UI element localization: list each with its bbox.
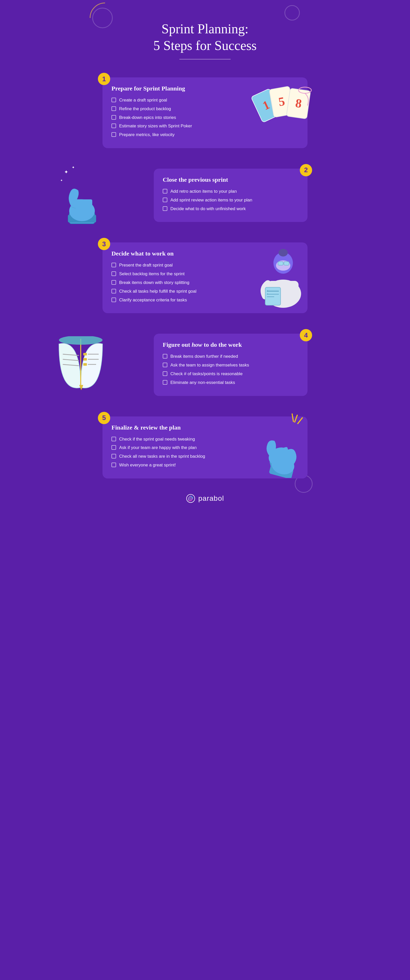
- checkbox-icon[interactable]: [163, 189, 167, 194]
- checkbox-icon[interactable]: [163, 197, 167, 202]
- svg-text:✦: ✦: [72, 165, 75, 169]
- step-5-title: Finalize & review the plan: [111, 424, 243, 431]
- list-item: Ask if your team are happy with the plan: [111, 445, 243, 451]
- list-item: Present the draft sprint goal: [111, 262, 243, 268]
- step-2-illustration: ✦ ✦ ✦: [56, 161, 113, 228]
- list-item: Check all tasks help fulfill the sprint …: [111, 288, 243, 294]
- svg-text:✓: ✓: [267, 293, 269, 295]
- svg-point-16: [278, 249, 288, 256]
- checkbox-icon[interactable]: [163, 371, 167, 376]
- svg-rect-19: [284, 262, 289, 265]
- step-3-badge: 3: [98, 238, 110, 250]
- title-divider: [180, 59, 230, 59]
- step-5-badge: 5: [98, 412, 110, 424]
- list-item: Check if the sprint goal needs tweaking: [111, 436, 243, 442]
- list-item: Break-down epics into stories: [111, 115, 236, 121]
- step-1-illustration: 1 5 8: [249, 75, 315, 126]
- list-item: Check # of tasks/points is reasonable: [163, 371, 299, 377]
- step-4-badge: 4: [300, 329, 312, 341]
- step-4-wrapper: 4 Figure out how to do the work Break it…: [103, 334, 307, 396]
- list-item: Check all new tasks are in the sprint ba…: [111, 453, 243, 460]
- list-item: Create a draft sprint goal: [111, 97, 236, 103]
- step-2-badge: 2: [300, 164, 312, 176]
- checkbox-icon[interactable]: [163, 354, 167, 358]
- step-1-wrapper: 1 Prepare for Sprint Planning Create a d…: [103, 77, 307, 148]
- checkbox-icon[interactable]: [111, 132, 116, 137]
- list-item: Add retro action items to your plan: [163, 188, 299, 194]
- list-item: Prepare metrics, like velocity: [111, 132, 236, 138]
- list-item: Clarify acceptance criteria for tasks: [111, 297, 243, 303]
- list-item: Ask the team to assign themselves tasks: [163, 362, 299, 368]
- step-4-checklist: Break items down further if needed Ask t…: [163, 353, 299, 385]
- list-item: Break items down further if needed: [163, 353, 299, 360]
- list-item: Eliminate any non-essential tasks: [163, 380, 299, 386]
- checkbox-icon[interactable]: [163, 206, 167, 211]
- checkbox-icon[interactable]: [111, 454, 116, 458]
- step-4-card: 4 Figure out how to do the work Break it…: [154, 334, 307, 396]
- list-item: Add sprint review action items to your p…: [163, 197, 299, 203]
- svg-line-39: [295, 415, 297, 422]
- svg-rect-32: [83, 353, 87, 355]
- list-item: Estimate story sizes with Sprint Poker: [111, 123, 236, 129]
- step-5-wrapper: 5 Finalize & review the plan Check if th…: [103, 417, 307, 479]
- checkbox-icon[interactable]: [111, 115, 116, 120]
- parabol-logo-icon: [186, 494, 195, 503]
- step-3-wrapper: 3 Decide what to work on Present the dra…: [103, 242, 307, 313]
- step-1-checklist: Create a draft sprint goal Refine the pr…: [111, 97, 236, 138]
- step-1-badge: 1: [98, 73, 110, 85]
- footer: parabol: [103, 494, 307, 503]
- step-3-illustration: ✓ ✓: [254, 237, 313, 309]
- svg-text:✦: ✦: [64, 169, 68, 175]
- list-item: Refine the product backlog: [111, 106, 236, 112]
- checkbox-icon[interactable]: [163, 363, 167, 367]
- svg-rect-13: [76, 199, 92, 212]
- list-item: Decide what to do with unfinished work: [163, 206, 299, 212]
- list-item: Select backlog items for the sprint: [111, 271, 243, 277]
- step-2-card: 2 Close the previous sprint Add retro ac…: [154, 169, 307, 222]
- svg-rect-34: [83, 358, 87, 361]
- checkbox-icon[interactable]: [111, 437, 116, 441]
- checkbox-icon[interactable]: [111, 280, 116, 285]
- step-5-illustration: [251, 411, 315, 478]
- step-1-title: Prepare for Sprint Planning: [111, 85, 236, 92]
- checkbox-icon[interactable]: [111, 271, 116, 276]
- title-section: Sprint Planning: 5 Steps for Success: [103, 15, 307, 65]
- svg-text:✓: ✓: [267, 290, 269, 292]
- step-2-checklist: Add retro action items to your plan Add …: [163, 188, 299, 212]
- checkbox-icon[interactable]: [111, 289, 116, 293]
- checkbox-icon[interactable]: [163, 380, 167, 385]
- step-4-illustration: [54, 336, 108, 393]
- step-2-title: Close the previous sprint: [163, 176, 299, 183]
- step-5-checklist: Check if the sprint goal needs tweaking …: [111, 436, 243, 468]
- checkbox-icon[interactable]: [111, 262, 116, 267]
- svg-line-40: [298, 418, 302, 424]
- step-3-title: Decide what to work on: [111, 250, 243, 257]
- list-item: Break items down with story splitting: [111, 280, 243, 286]
- step-4-title: Figure out how to do the work: [163, 341, 299, 348]
- checkbox-icon[interactable]: [111, 298, 116, 302]
- checkbox-icon[interactable]: [111, 124, 116, 128]
- list-item: Wish everyone a great sprint!: [111, 462, 243, 468]
- main-title: Sprint Planning: 5 Steps for Success: [103, 21, 307, 54]
- svg-rect-18: [278, 262, 283, 265]
- svg-rect-36: [83, 363, 87, 366]
- footer-brand: parabol: [198, 494, 224, 503]
- step-3-checklist: Present the draft sprint goal Select bac…: [111, 262, 243, 303]
- checkbox-icon[interactable]: [111, 463, 116, 467]
- svg-text:✦: ✦: [60, 179, 63, 182]
- svg-line-38: [292, 414, 293, 422]
- checkbox-icon[interactable]: [111, 107, 116, 111]
- checkbox-icon[interactable]: [111, 445, 116, 450]
- checkbox-icon[interactable]: [111, 98, 116, 102]
- step-2-wrapper: ✦ ✦ ✦ 2 Close: [103, 169, 307, 222]
